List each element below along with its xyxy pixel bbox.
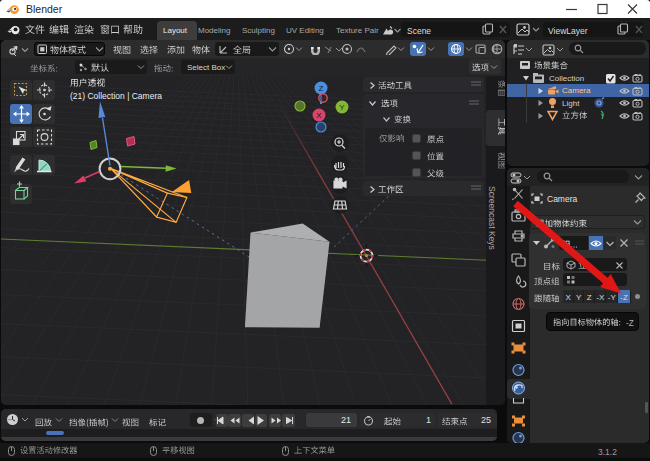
svg-text:X: X bbox=[316, 111, 322, 120]
svg-text:Y: Y bbox=[339, 103, 345, 112]
svg-text:Z: Z bbox=[319, 84, 324, 93]
